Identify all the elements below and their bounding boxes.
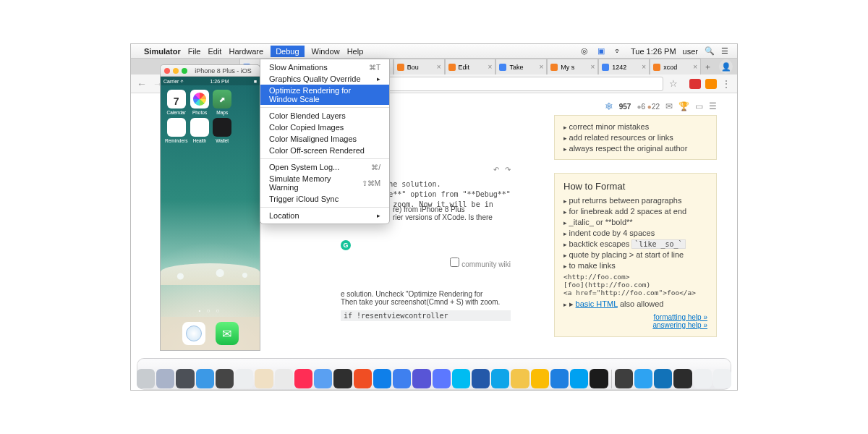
answering-help-link[interactable]: answering help »: [563, 321, 707, 329]
dock-app-icon[interactable]: [196, 369, 214, 388]
close-icon[interactable]: ×: [437, 63, 441, 71]
simulator-window[interactable]: iPhone 8 Plus - iOS Carrier ᯤ 1:26 PM ■ …: [160, 64, 260, 351]
site-switcher-icon[interactable]: ☰: [709, 101, 717, 111]
zoom-window-icon[interactable]: [182, 68, 187, 74]
grammarly-icon[interactable]: G: [341, 240, 351, 250]
menu-hardware[interactable]: Hardware: [229, 47, 263, 56]
menu-item[interactable]: Color Misaligned Images: [260, 133, 389, 145]
dock-app-icon[interactable]: [433, 369, 451, 388]
new-tab-button[interactable]: ＋: [701, 59, 715, 75]
dock-app-icon[interactable]: [216, 369, 234, 388]
menu-item[interactable]: Simulate Memory Warning⇧⌘M: [260, 173, 389, 193]
menu-file[interactable]: File: [188, 47, 201, 56]
dock-app-icon[interactable]: [673, 369, 692, 388]
menu-edit[interactable]: Edit: [208, 47, 221, 56]
app-health[interactable]: ♥Health: [189, 118, 210, 143]
close-icon[interactable]: ×: [642, 63, 646, 71]
dock-app-icon[interactable]: [393, 369, 411, 388]
redo-icon[interactable]: ↷: [505, 166, 511, 174]
wifi-icon[interactable]: ᯤ: [614, 46, 624, 56]
dock-app-icon[interactable]: [373, 369, 391, 388]
browser-tab[interactable]: 1242×: [598, 59, 650, 75]
dock-app-icon[interactable]: [235, 369, 253, 388]
extension-icon[interactable]: [705, 79, 717, 89]
close-icon[interactable]: ×: [590, 63, 595, 71]
dock-app-icon[interactable]: [531, 369, 549, 388]
spotlight-icon[interactable]: 🔍: [705, 46, 715, 56]
simulator-screen[interactable]: Carrier ᯤ 1:26 PM ■ Tuesday7Calendar Pho…: [160, 76, 260, 351]
inbox-icon[interactable]: ✉: [665, 101, 673, 111]
achievements-icon[interactable]: 🏆: [678, 101, 689, 111]
minimize-window-icon[interactable]: [173, 68, 179, 74]
dock-app-icon[interactable]: [176, 369, 194, 388]
menu-item[interactable]: Color Blended Layers: [260, 110, 389, 122]
back-icon[interactable]: ←: [137, 78, 147, 90]
menu-item[interactable]: Trigger iCloud Sync: [260, 193, 389, 205]
dock-app-icon[interactable]: [713, 369, 731, 388]
macos-dock[interactable]: [137, 359, 731, 390]
app-messages[interactable]: ✉: [216, 322, 239, 345]
browser-tab[interactable]: Bou×: [393, 59, 445, 75]
dock-app-icon[interactable]: [491, 369, 509, 388]
dock-app-icon[interactable]: [354, 369, 372, 388]
dock-app-icon[interactable]: [472, 369, 490, 388]
menubar-user[interactable]: user: [683, 47, 698, 56]
dock-app-icon[interactable]: [137, 369, 155, 388]
dock-app-icon[interactable]: [550, 369, 569, 388]
menu-debug[interactable]: Debug: [271, 46, 304, 57]
dock-app-icon[interactable]: [694, 369, 712, 388]
simulator-titlebar[interactable]: iPhone 8 Plus - iOS: [160, 64, 260, 76]
app-wallet[interactable]: Wallet: [212, 118, 233, 143]
browser-tab[interactable]: Take×: [495, 59, 547, 75]
menu-item[interactable]: Graphics Quality Override▸: [260, 73, 389, 85]
close-window-icon[interactable]: [164, 68, 170, 74]
menu-item-selected[interactable]: Optimize Rendering for Window Scale: [260, 85, 389, 105]
menubar-app-name[interactable]: Simulator: [144, 47, 181, 56]
menu-help[interactable]: Help: [347, 47, 364, 56]
menu-item[interactable]: Slow Animations⌘T: [260, 61, 389, 73]
dock-app-icon[interactable]: [412, 369, 430, 388]
browser-tab[interactable]: Edit×: [445, 59, 496, 75]
dock-app-icon[interactable]: [452, 369, 470, 388]
close-icon[interactable]: ×: [693, 63, 697, 71]
app-reminders[interactable]: Reminders: [165, 118, 187, 143]
menubar-extra-icon[interactable]: ▣: [597, 46, 608, 56]
dock-app-icon[interactable]: [314, 369, 332, 388]
app-maps[interactable]: ⬈Maps: [212, 90, 233, 115]
reputation[interactable]: 957: [619, 103, 631, 111]
menubar-extra-icon[interactable]: ◎: [581, 46, 591, 56]
app-photos[interactable]: Photos: [189, 90, 210, 115]
dock-app-icon[interactable]: [294, 369, 312, 388]
dock-app-icon[interactable]: [615, 369, 633, 388]
menu-item[interactable]: Color Off-screen Rendered: [260, 145, 389, 156]
app-calendar[interactable]: Tuesday7Calendar: [165, 90, 187, 115]
menu-item[interactable]: Color Copied Images: [260, 122, 389, 133]
close-icon[interactable]: ×: [540, 63, 544, 71]
extension-icon[interactable]: [689, 79, 701, 89]
browser-tab[interactable]: xcod×: [650, 59, 701, 75]
menu-window[interactable]: Window: [312, 47, 340, 56]
dock-app-icon[interactable]: [570, 369, 588, 388]
dock-app-icon[interactable]: [654, 369, 672, 388]
page-indicator[interactable]: • ○ ○: [161, 307, 260, 314]
undo-icon[interactable]: ↶: [493, 166, 499, 174]
formatting-help-link[interactable]: formatting help »: [563, 313, 707, 321]
browser-tab[interactable]: My s×: [547, 59, 598, 75]
star-icon[interactable]: ☆: [669, 78, 678, 89]
close-icon[interactable]: ×: [488, 63, 493, 71]
review-icon[interactable]: ▭: [695, 101, 703, 111]
dock-app-icon[interactable]: [333, 369, 352, 388]
dock-app-icon[interactable]: [590, 369, 608, 388]
chrome-profile-icon[interactable]: 👤: [719, 59, 733, 74]
app-safari[interactable]: [182, 322, 205, 345]
dock-app-icon[interactable]: [275, 369, 293, 388]
menubar-clock[interactable]: Tue 1:26 PM: [631, 47, 676, 56]
kebab-icon[interactable]: ⋮: [721, 78, 731, 90]
menu-item[interactable]: Location▸: [260, 210, 389, 221]
dock-app-icon[interactable]: [255, 369, 273, 388]
dock-app-icon[interactable]: [511, 369, 529, 388]
dock-app-icon[interactable]: [156, 369, 174, 388]
dock-app-icon[interactable]: [634, 369, 652, 388]
menu-item[interactable]: Open System Log...⌘/: [260, 161, 389, 173]
community-wiki-checkbox[interactable]: [450, 258, 459, 267]
